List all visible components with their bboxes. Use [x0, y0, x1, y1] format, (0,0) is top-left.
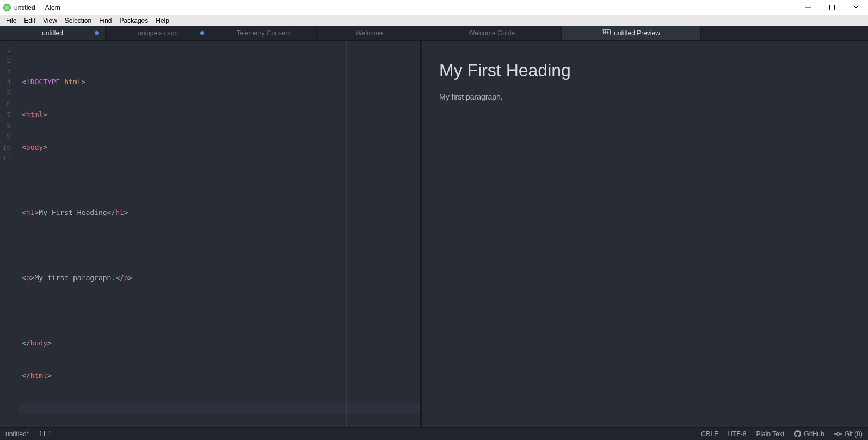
markdown-icon [602, 29, 611, 37]
menu-help[interactable]: Help [152, 17, 173, 24]
tab-snippets[interactable]: snippets.cson [106, 26, 211, 40]
menu-view[interactable]: View [39, 17, 61, 24]
line-number: 9 [0, 131, 19, 142]
tab-welcome[interactable]: Welcome [317, 26, 422, 40]
preview-pane: My First Heading My first paragraph. [422, 41, 868, 427]
menu-file[interactable]: File [2, 17, 20, 24]
status-github[interactable]: GitHub [794, 430, 824, 438]
status-line-ending[interactable]: CRLF [701, 430, 718, 438]
code-line [19, 175, 420, 185]
editor-pane: 1 2 3 4 5 6 7 8 9 10 11 <!DOCTYPE html> … [0, 41, 420, 427]
close-button[interactable] [844, 0, 868, 15]
window-titlebar: untitled — Atom [0, 0, 868, 15]
status-git[interactable]: Git (0) [834, 430, 863, 438]
tab-label: Telemetry Consent [236, 29, 291, 37]
code-line [19, 240, 420, 251]
menu-packages[interactable]: Packages [116, 17, 152, 24]
preview-paragraph: My first paragraph. [439, 92, 818, 101]
status-github-label: GitHub [804, 430, 824, 438]
tab-label: snippets.cson [138, 29, 178, 37]
line-number: 6 [0, 98, 19, 109]
modified-indicator-icon [200, 31, 204, 35]
tab-label: untitled [42, 29, 63, 37]
code-line: <p>My first paragraph.</p> [19, 272, 420, 283]
menu-bar: File Edit View Selection Find Packages H… [0, 15, 868, 26]
svg-rect-0 [830, 5, 835, 10]
modified-indicator-icon [95, 31, 99, 35]
github-icon [794, 430, 801, 437]
svg-point-2 [836, 432, 839, 435]
status-grammar[interactable]: Plain Text [756, 430, 784, 438]
line-number: 1 [0, 44, 19, 55]
tab-label: Welcome [356, 29, 383, 37]
line-number: 11 [0, 153, 19, 164]
line-number: 5 [0, 88, 19, 98]
tab-bar: untitled snippets.cson Telemetry Consent… [0, 26, 868, 41]
maximize-button[interactable] [820, 0, 844, 15]
code-line [19, 403, 420, 414]
code-line: <body> [19, 142, 420, 153]
git-commit-icon [834, 431, 842, 437]
code-line: <h1>My First Heading</h1> [19, 207, 420, 218]
line-number: 7 [0, 109, 19, 120]
tab-untitled-preview[interactable]: untitled Preview [562, 26, 701, 40]
code-line [19, 305, 420, 316]
line-number: 10 [0, 142, 19, 153]
line-number: 8 [0, 120, 19, 131]
gutter-line-numbers: 1 2 3 4 5 6 7 8 9 10 11 [0, 41, 19, 427]
code-line: <!DOCTYPE html> [19, 77, 420, 88]
tab-welcome-guide[interactable]: Welcome Guide [422, 26, 562, 40]
code-line: <html> [19, 109, 420, 120]
wrap-guide [346, 41, 347, 427]
status-encoding[interactable]: UTF-8 [728, 430, 746, 438]
status-git-label: Git (0) [845, 430, 863, 438]
code-line: </body> [19, 338, 420, 349]
code-line: </html> [19, 370, 420, 381]
line-number: 3 [0, 66, 19, 77]
window-title: untitled — Atom [14, 4, 60, 11]
editor-panes: 1 2 3 4 5 6 7 8 9 10 11 <!DOCTYPE html> … [0, 41, 868, 427]
tab-untitled[interactable]: untitled [0, 26, 106, 40]
menu-edit[interactable]: Edit [20, 17, 39, 24]
minimize-button[interactable] [796, 0, 820, 15]
preview-heading: My First Heading [439, 60, 818, 80]
line-number: 2 [0, 55, 19, 66]
line-number: 4 [0, 77, 19, 88]
window-controls [796, 0, 868, 15]
tab-telemetry-consent[interactable]: Telemetry Consent [211, 26, 317, 40]
atom-logo-icon [3, 4, 11, 11]
text-editor[interactable]: <!DOCTYPE html> <html> <body> <h1>My Fir… [19, 41, 420, 427]
menu-selection[interactable]: Selection [61, 17, 95, 24]
menu-find[interactable]: Find [95, 17, 115, 24]
tab-label: Welcome Guide [469, 29, 515, 37]
tab-label: untitled Preview [614, 29, 660, 37]
